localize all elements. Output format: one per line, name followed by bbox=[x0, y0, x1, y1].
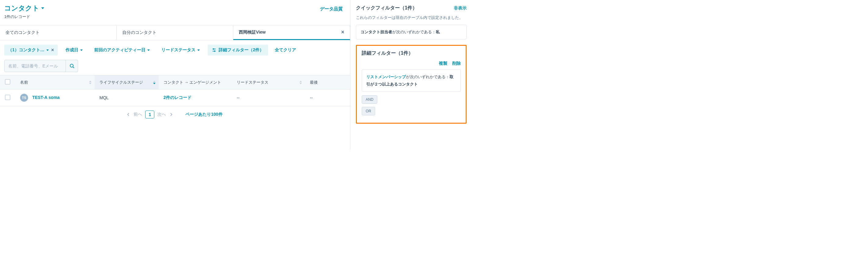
filter-chip-owner[interactable]: （1）コンタクト… × bbox=[4, 45, 58, 56]
cell-lead-status: -- bbox=[232, 89, 305, 106]
tab-label: 西岡検証View bbox=[239, 30, 266, 35]
next-arrow[interactable] bbox=[169, 112, 173, 117]
advanced-filter-section: 詳細フィルター（1件） 複製 削除 リストメンバーシップが次のいずれかである：取… bbox=[356, 45, 467, 123]
sliders-icon bbox=[212, 48, 216, 52]
filter-chip-lead-status[interactable]: リードステータス bbox=[158, 45, 204, 56]
filter-property: コンタクト担当者 bbox=[361, 30, 392, 34]
search-input[interactable] bbox=[5, 61, 66, 71]
search-button[interactable] bbox=[66, 60, 78, 72]
contact-name-link[interactable]: TEST-A soma bbox=[32, 95, 60, 100]
close-icon[interactable]: × bbox=[51, 47, 54, 53]
advanced-filter-button[interactable]: 詳細フィルター（2件） bbox=[208, 45, 268, 56]
tab-my-contacts[interactable]: 自分のコンタクト bbox=[117, 25, 234, 40]
col-lifecycle[interactable]: ライフサイクルステージ bbox=[95, 76, 159, 89]
col-label: ライフサイクルステージ bbox=[99, 80, 143, 85]
advanced-filter-box[interactable]: リストメンバーシップが次のいずれかである：取引が２つ以上あるコンタクト bbox=[362, 69, 461, 91]
filter-side-panel: クイックフィルター（1件） 非表示 これらのフィルターは現在のテーブル内で設定さ… bbox=[350, 0, 472, 149]
advanced-filter-title: 詳細フィルター（1件） bbox=[362, 50, 461, 56]
select-all-checkbox[interactable] bbox=[5, 79, 10, 85]
col-label: リードステータス bbox=[237, 80, 269, 85]
col-label: 名前 bbox=[20, 80, 28, 85]
svg-point-3 bbox=[214, 51, 215, 52]
quick-filter-box[interactable]: コンタクト担当者が次のいずれかである：私 bbox=[356, 25, 467, 39]
chip-label: リードステータス bbox=[161, 47, 195, 53]
row-checkbox[interactable] bbox=[5, 95, 10, 100]
col-last[interactable]: 最後 bbox=[305, 76, 350, 89]
avatar: TS bbox=[20, 94, 28, 102]
adv-filter-label: 詳細フィルター（2件） bbox=[219, 47, 264, 53]
and-button[interactable]: AND bbox=[362, 95, 377, 104]
caret-down-icon bbox=[147, 50, 150, 51]
quick-filter-desc: これらのフィルターは現在のテーブル内で設定されました。 bbox=[356, 15, 467, 21]
search-box bbox=[4, 60, 78, 72]
search-icon bbox=[69, 63, 74, 68]
filter-property-link[interactable]: リストメンバーシップ bbox=[366, 75, 406, 79]
filter-operator: が次のいずれかである： bbox=[392, 30, 436, 34]
per-page-dropdown[interactable]: ページあたり100件 bbox=[185, 112, 223, 117]
next-button[interactable]: 次へ bbox=[157, 112, 166, 117]
caret-down-icon bbox=[46, 50, 49, 51]
hide-button[interactable]: 非表示 bbox=[454, 5, 467, 11]
col-label: 最後 bbox=[310, 80, 318, 85]
tab-label: 全てのコンタクト bbox=[5, 30, 40, 35]
delete-button[interactable]: 削除 bbox=[452, 61, 461, 66]
tab-custom-view[interactable]: 西岡検証View × bbox=[233, 25, 350, 40]
clone-button[interactable]: 複製 bbox=[439, 61, 447, 66]
svg-point-4 bbox=[70, 64, 73, 67]
chip-label: 作成日 bbox=[66, 47, 79, 53]
close-icon[interactable]: × bbox=[341, 29, 345, 35]
tab-label: 自分のコンタクト bbox=[122, 30, 156, 35]
filter-value: 私 bbox=[436, 30, 440, 34]
page-number[interactable]: 1 bbox=[145, 111, 154, 118]
cell-last: -- bbox=[305, 89, 350, 106]
filter-operator: が次のいずれかである： bbox=[406, 75, 450, 79]
page-title: コンタクト bbox=[4, 4, 39, 13]
caret-down-icon bbox=[41, 7, 44, 9]
main-panel: コンタクト 1件のレコード データ品質 全てのコンタクト 自分のコンタクト 西岡… bbox=[0, 0, 350, 149]
table-row: TS TEST-A soma MQL 2件のレコード -- -- bbox=[0, 89, 350, 106]
caret-down-icon bbox=[80, 50, 83, 51]
header: コンタクト 1件のレコード データ品質 bbox=[0, 0, 350, 21]
contacts-table: 名前 ライフサイクルステージ コンタクト → エンゲージメント リードステータス… bbox=[0, 75, 350, 106]
col-label: コンタクト → エンゲージメント bbox=[163, 80, 221, 85]
chip-label: 前回のアクティビティー日 bbox=[94, 47, 146, 53]
view-tabs: 全てのコンタクト 自分のコンタクト 西岡検証View × bbox=[0, 25, 350, 40]
record-count: 1件のレコード bbox=[4, 14, 44, 20]
sort-icon bbox=[153, 81, 156, 84]
filter-chip-activity[interactable]: 前回のアクティビティー日 bbox=[91, 45, 153, 56]
svg-line-5 bbox=[73, 67, 74, 68]
col-lead-status[interactable]: リードステータス bbox=[232, 76, 305, 89]
or-button[interactable]: OR bbox=[362, 107, 375, 115]
cell-lifecycle: MQL bbox=[95, 89, 159, 106]
caret-down-icon bbox=[197, 50, 200, 51]
pagination: 前へ 1 次へ ページあたり100件 bbox=[0, 106, 350, 123]
page-title-dropdown[interactable]: コンタクト bbox=[4, 4, 44, 13]
chip-label: （1）コンタクト… bbox=[8, 47, 44, 53]
tab-all-contacts[interactable]: 全てのコンタクト bbox=[0, 25, 117, 40]
sort-icon bbox=[300, 81, 302, 84]
prev-arrow[interactable] bbox=[126, 112, 130, 117]
chevron-left-icon bbox=[126, 112, 130, 117]
engagement-link[interactable]: 2件のレコード bbox=[163, 95, 191, 100]
select-all-header bbox=[0, 76, 15, 89]
filter-bar: （1）コンタクト… × 作成日 前回のアクティビティー日 リードステータス 詳細… bbox=[0, 40, 350, 60]
quick-filter-title: クイックフィルター（1件） bbox=[356, 5, 417, 11]
prev-button[interactable]: 前へ bbox=[133, 112, 142, 117]
clear-all-button[interactable]: 全てクリア bbox=[272, 45, 299, 55]
sort-icon bbox=[89, 81, 92, 84]
chevron-right-icon bbox=[169, 112, 173, 117]
data-quality-link[interactable]: データ品質 bbox=[320, 4, 346, 12]
svg-point-1 bbox=[213, 49, 214, 50]
col-engagement[interactable]: コンタクト → エンゲージメント bbox=[159, 76, 232, 89]
per-page-label: ページあたり100件 bbox=[185, 112, 222, 117]
filter-chip-created[interactable]: 作成日 bbox=[62, 45, 86, 56]
col-name[interactable]: 名前 bbox=[15, 76, 95, 89]
